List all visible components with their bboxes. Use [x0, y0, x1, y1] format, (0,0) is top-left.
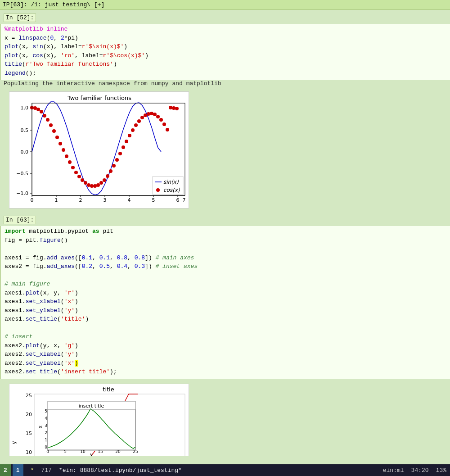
inset-ytick-3: 3 [45, 423, 47, 428]
cos-dot [172, 106, 176, 110]
status-mode-2: 1 [13, 464, 23, 476]
x-tick-1: 1 [55, 197, 58, 203]
cos-dot [169, 106, 172, 109]
cos-dot [55, 136, 59, 139]
cos-dot [159, 118, 163, 122]
cos-dot [131, 128, 135, 132]
cell-1: In [52]: %matplotlib inline x = linspace… [0, 12, 450, 88]
cos-dot [115, 158, 119, 162]
plot-1-container: Two familiar functions 1.0 0.5 0.0 −0.5 [9, 91, 189, 210]
cos-dot [125, 140, 128, 143]
cos-dot [162, 122, 166, 126]
main-title: title [103, 386, 114, 393]
cos-dot [84, 181, 87, 185]
cos-dot [156, 115, 160, 118]
cos-dot [52, 129, 56, 133]
cos-dot [65, 154, 68, 158]
x-tick-7: 7 [183, 197, 186, 203]
cos-dot [106, 174, 109, 178]
cell-1-label[interactable]: In [52]: [4, 14, 36, 22]
inset-ytick-5: 5 [45, 409, 47, 413]
title-bar: IP[63]: /1: just_testing\ [+] [0, 0, 450, 10]
cos-dot [103, 178, 106, 182]
inset-ytick-4: 4 [45, 416, 47, 421]
cos-dot [112, 164, 116, 168]
y-tick-0: 0.0 [21, 149, 29, 155]
cell-2-label[interactable]: In [63]: [4, 216, 36, 224]
cos-dot [99, 181, 103, 185]
y-tick-neg1: −1.0 [16, 190, 28, 196]
y-tick-1: 1.0 [21, 105, 29, 111]
cos-dot [81, 178, 84, 182]
y-tick-0-5: 0.5 [21, 127, 29, 133]
cell-2-code[interactable]: import matplotlib.pyplot as plt fig = pl… [0, 226, 450, 379]
legend-sin-label: sin(x) [163, 179, 179, 185]
inset-xlabel: y [90, 452, 93, 456]
inset-ytick-1: 1 [45, 438, 47, 442]
legend-cos-dot [156, 188, 160, 192]
inset-title: insert title [79, 403, 104, 409]
x-tick-0: 0 [31, 197, 34, 203]
cos-dot [71, 166, 75, 169]
status-mode-1: 2 [0, 464, 11, 476]
cos-dot [166, 128, 169, 131]
title-text: IP[63]: /1: just_testing\ [+] [3, 1, 104, 8]
y-tick-main-20: 20 [26, 412, 32, 417]
y-tick-main-25: 25 [26, 393, 32, 399]
inset-ytick-2: 2 [45, 431, 47, 435]
plot-2-svg: title y x 0 5 10 15 20 25 0 1 2 3 [9, 384, 189, 456]
status-position: 34:20 [408, 467, 432, 474]
cell-2: In [63]: import matplotlib.pyplot as plt… [0, 214, 450, 380]
cos-dot [49, 123, 53, 127]
status-mode-text: ein:ml [379, 467, 408, 474]
cell-1-code[interactable]: %matplotlib inline x = linspace(0, 2*pi)… [0, 24, 450, 80]
cos-dot [33, 106, 37, 110]
x-tick-3: 3 [104, 197, 107, 203]
cos-dot [68, 160, 72, 164]
cos-dot [90, 184, 94, 188]
y-tick-neg0-5: −0.5 [16, 171, 28, 177]
status-cell-count: 717 [37, 467, 55, 474]
cos-dot [122, 145, 125, 149]
status-bar: 2 1 * 717 *ein: 8888/test.ipynb/just_tes… [0, 464, 450, 476]
status-filename: *ein: 8888/test.ipynb/just_testing* [55, 467, 185, 474]
cos-dot [134, 123, 138, 127]
status-percent: 13% [432, 467, 450, 474]
notebook-content: In [52]: %matplotlib inline x = linspace… [0, 10, 450, 456]
cos-dot [46, 118, 50, 122]
sin-curve [32, 102, 161, 195]
y-tick-main-10: 10 [26, 449, 32, 455]
cell-1-output: Populating the interactive namespace fro… [0, 80, 450, 87]
inset-ytick-0: 0 [45, 445, 47, 449]
x-tick-5: 5 [152, 197, 155, 203]
plot-1-title: Two familiar functions [67, 95, 131, 101]
cos-dot [36, 108, 40, 111]
plot-1-svg: Two familiar functions 1.0 0.5 0.0 −0.5 [9, 91, 189, 209]
main-ylabel: y [11, 441, 17, 444]
y-tick-main-15: 15 [26, 431, 32, 436]
cos-dot [74, 171, 78, 174]
cos-dot [43, 114, 46, 118]
status-right: ein:ml 34:20 13% [379, 467, 450, 474]
cos-dot [147, 112, 150, 116]
legend-cos-label: cos(x) [163, 187, 180, 193]
cos-dot [58, 142, 62, 145]
cos-dot [128, 134, 131, 137]
cos-dot [96, 183, 100, 187]
cos-dot [93, 184, 97, 188]
cos-dot [118, 152, 122, 155]
cos-dot [40, 110, 43, 113]
x-tick-4: 4 [128, 197, 131, 203]
inset-ylabel: x [38, 425, 43, 428]
x-tick-6: 6 [176, 197, 180, 203]
cos-dot [150, 112, 153, 115]
plot-2-container: title y x 0 5 10 15 20 25 0 1 2 3 [9, 384, 189, 456]
status-indicator: * [27, 467, 38, 474]
cos-dot [153, 113, 157, 116]
cos-dot [109, 169, 112, 173]
cos-dot [137, 119, 141, 123]
cos-dot [62, 148, 65, 152]
cos-dot [175, 107, 179, 110]
cos-dot [87, 183, 90, 187]
cos-dot [140, 116, 144, 119]
